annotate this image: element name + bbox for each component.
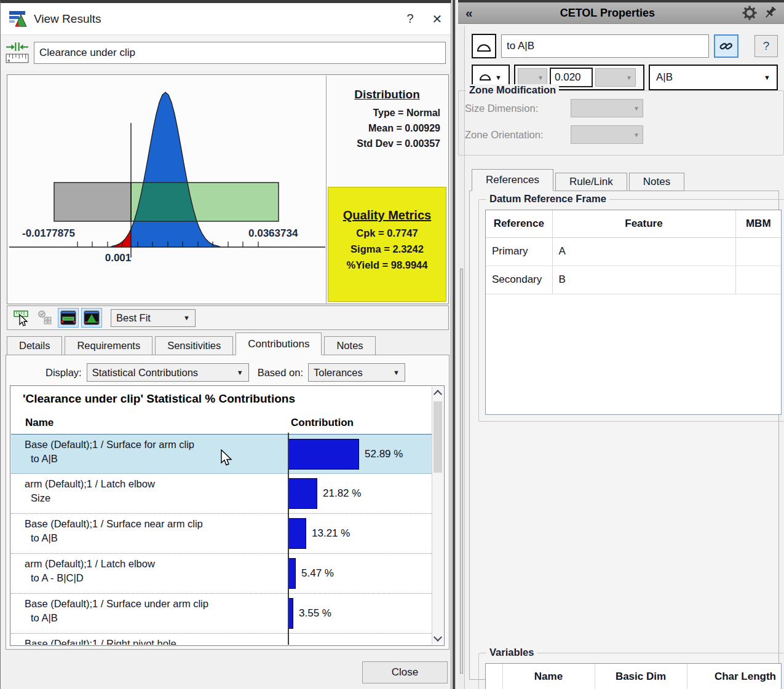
tab-sensitivities[interactable]: Sensitivities	[155, 336, 233, 355]
drf-title: Datum Reference Frame	[486, 193, 609, 205]
contribution-bar	[288, 478, 317, 509]
chevron-down-icon: ▼	[764, 74, 770, 81]
contribution-bar	[288, 598, 293, 629]
drf-table: Reference Feature MBM Primary A Secondar…	[486, 210, 781, 414]
pin-icon[interactable]	[763, 6, 778, 20]
tolerance-name-input[interactable]	[501, 34, 709, 58]
distribution-stddev: Std Dev = 0.00357	[327, 136, 448, 151]
variables-group: Variables Name Basic Dim Char Length 1 T…	[478, 653, 784, 689]
properties-header: « CETOL Properties	[458, 2, 784, 24]
zone-orientation-label: Zone Orientation:	[465, 129, 571, 141]
measurement-name-row	[1, 35, 451, 71]
cpk-value: Cpk = 0.7747	[328, 225, 446, 241]
based-on-value: Tolerances	[314, 367, 363, 379]
contribution-bar	[288, 439, 359, 470]
title-bar: View Results ? ✕	[1, 3, 451, 35]
gear-icon[interactable]	[742, 6, 757, 20]
tab-notes[interactable]: Notes	[324, 336, 375, 355]
scroll-up-icon[interactable]	[432, 387, 443, 400]
display-select[interactable]: Statistical Contributions ▼	[87, 363, 249, 382]
variables-table-wrap: Name Basic Dim Char Length 1 TY 0.630411…	[485, 663, 782, 689]
drf-header-feature: Feature	[552, 210, 735, 237]
contributions-scrollbar[interactable]	[432, 387, 443, 645]
chevron-down-icon: ▼	[633, 105, 639, 112]
window-title: View Results	[34, 12, 101, 26]
axis-max-label: 0.0363734	[248, 227, 298, 240]
results-tabs: Details Requirements Sensitivities Contr…	[7, 333, 378, 355]
show-distribution-toggle[interactable]	[81, 308, 102, 328]
measure-pick-button[interactable]	[11, 308, 32, 328]
mouse-cursor	[221, 449, 234, 468]
chevron-down-icon: ▼	[537, 74, 544, 81]
contribution-value: 21.82 %	[323, 487, 361, 500]
close-button[interactable]: Close	[362, 661, 448, 683]
chevron-down-icon: ▼	[633, 132, 639, 138]
fcf-datums-cell[interactable]: A|B ▼	[649, 65, 778, 90]
quality-metrics-title: Quality Metrics	[328, 208, 446, 222]
link-button[interactable]	[714, 34, 738, 58]
name-column-header: Name	[25, 417, 53, 429]
tab-contributions[interactable]: Contributions	[236, 333, 322, 355]
link-icon	[719, 39, 733, 53]
collapse-panel-icon[interactable]: «	[465, 4, 473, 22]
contribution-row[interactable]: Base (Default);1 / Surface under arm cli…	[11, 594, 432, 634]
limits-view-icon	[60, 310, 76, 325]
distribution-title: Distribution	[327, 88, 448, 101]
tab-requirements[interactable]: Requirements	[65, 336, 152, 355]
chevron-down-icon: ▼	[183, 314, 190, 321]
panel-splitter[interactable]	[451, 0, 458, 689]
contributions-list: 'Clearance under clip' Statistical % Con…	[10, 385, 445, 646]
based-on-label: Based on:	[258, 367, 303, 379]
contribution-row[interactable]: arm (Default);1 / Latch elbow to A - B|C…	[11, 554, 432, 594]
contribution-value: 13.21 %	[312, 527, 350, 540]
properties-help-button[interactable]: ?	[754, 35, 778, 57]
recalculate-icon	[37, 310, 53, 326]
display-label: Display:	[46, 367, 82, 379]
scrollbar-thumb[interactable]	[434, 401, 442, 473]
contribution-row[interactable]: Base (Default);1 / Surface near arm clip…	[11, 514, 432, 554]
measure-pick-icon	[14, 310, 30, 326]
profile-of-surface-icon	[480, 74, 491, 81]
show-limits-toggle[interactable]	[58, 308, 79, 328]
contribution-bar	[288, 518, 306, 549]
drf-header-reference: Reference	[486, 210, 552, 237]
distribution-chart: -0.0177875 0.0363734 0.001 Distribution …	[7, 74, 449, 304]
measurement-name-input[interactable]	[34, 42, 446, 64]
contribution-row-partial[interactable]: Base (Default);1 / Right pivot hole	[11, 634, 432, 645]
scroll-down-icon[interactable]	[432, 631, 443, 645]
table-row[interactable]: Primary A	[486, 237, 781, 266]
distribution-plot-svg	[8, 76, 326, 304]
axis-ticks	[77, 242, 258, 247]
size-dimension-select-disabled: ▼	[571, 99, 643, 117]
distribution-view-icon	[84, 310, 100, 325]
variables-title: Variables	[486, 647, 537, 658]
close-window-button[interactable]: ✕	[424, 8, 451, 30]
recalculate-button[interactable]	[34, 308, 55, 328]
gray-zone-bar	[54, 183, 131, 221]
contribution-column-header: Contribution	[291, 417, 354, 429]
contribution-value: 3.55 %	[299, 607, 331, 620]
drf-header-mbm: MBM	[735, 210, 781, 237]
tab-rule-link[interactable]: Rule/Link	[555, 173, 627, 191]
help-button[interactable]: ?	[397, 8, 424, 30]
tab-props-notes[interactable]: Notes	[629, 173, 684, 191]
material-modifier-select-disabled: ▼	[595, 68, 636, 87]
contributions-title: 'Clearance under clip' Statistical % Con…	[23, 392, 295, 406]
table-row[interactable]: Secondary B	[486, 266, 781, 294]
based-on-select[interactable]: Tolerances ▼	[308, 363, 405, 382]
zone-modification-title: Zone Modification	[466, 84, 559, 96]
datum-reference-value: A|B	[656, 71, 673, 84]
tab-details[interactable]: Details	[7, 336, 62, 355]
cetol-properties-panel: « CETOL Properties	[458, 0, 784, 689]
tab-references[interactable]: References	[472, 169, 553, 191]
fit-type-select[interactable]: Best Fit ▼	[111, 309, 196, 327]
chevron-down-icon: ▼	[387, 369, 400, 376]
profile-symbol-button[interactable]	[472, 34, 496, 58]
display-value: Statistical Contributions	[92, 367, 198, 379]
contribution-row[interactable]: arm (Default);1 / Latch elbow Size 21.82…	[11, 474, 432, 514]
variables-table: Name Basic Dim Char Length 1 TY 0.630411…	[486, 664, 781, 689]
view-results-app-icon	[9, 10, 28, 28]
column-divider	[288, 433, 289, 645]
chart-toolbar: Best Fit ▼	[7, 305, 449, 330]
filter-row: Display: Statistical Contributions ▼ Bas…	[46, 363, 449, 382]
